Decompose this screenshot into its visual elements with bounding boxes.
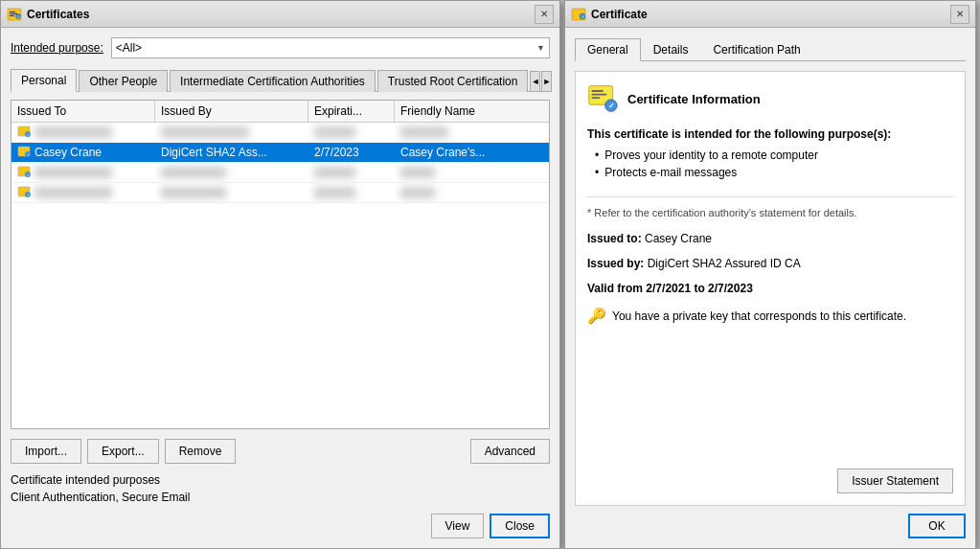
svg-rect-24 (591, 97, 600, 99)
svg-rect-23 (591, 94, 606, 96)
cert-valid-from-label: Valid from (587, 282, 646, 295)
close-dialog-button[interactable]: Close (490, 514, 550, 538)
cert-row-icon: ✓ (17, 126, 31, 139)
cert-list-body: ✓ AaBbCcDd EeFf AaBbCcDdEeFfGg 1/1/2022 … (11, 123, 549, 428)
svg-text:✓: ✓ (27, 194, 30, 197)
svg-text:✓: ✓ (17, 14, 20, 18)
cert-row-icon: ✓ (17, 186, 31, 199)
cell-friendly-name: Casey Crane's... (395, 143, 549, 162)
col-expiration[interactable]: Expirati... (308, 101, 395, 122)
tab-intermediate-ca[interactable]: Intermediate Certification Authorities (170, 70, 376, 92)
cert-key-note: You have a private key that corresponds … (612, 309, 906, 323)
certificate-list: Issued To Issued By Expirati... Friendly… (11, 100, 550, 429)
cert-valid-to-value: 2/7/2023 (708, 282, 753, 295)
cell-expiration: 1/1/2023 (308, 163, 395, 182)
svg-rect-1 (10, 11, 15, 12)
intended-purpose-row: Intended purpose: <All> ▼ (11, 37, 550, 58)
cert-row-icon: ✓ (17, 166, 31, 179)
svg-text:✓: ✓ (27, 153, 30, 157)
cert-tab-certification-path[interactable]: Certification Path (700, 38, 812, 61)
certificate-tabs: Personal Other People Intermediate Certi… (11, 68, 550, 92)
issuer-statement-button[interactable]: Issuer Statement (837, 469, 953, 493)
certificate-large-icon: ✓ (587, 83, 618, 114)
svg-rect-2 (10, 13, 17, 14)
tab-trusted-root[interactable]: Trusted Root Certification (377, 70, 529, 92)
svg-rect-3 (10, 15, 14, 16)
export-button[interactable]: Export... (87, 439, 159, 464)
table-row[interactable]: ✓ AaBbCcDd EeFf AaBbCcDdEeFfGg 1/1/2022 … (11, 123, 549, 143)
certificate-detail-icon: ✓ (571, 7, 586, 22)
cert-purpose-text: This certificate is intended for the fol… (587, 127, 953, 141)
certificate-detail-window: ✓ Certificate ✕ General Details Certific… (564, 0, 976, 549)
cell-issued-by: DigiCert SHA2 Ass... (155, 143, 308, 162)
dropdown-arrow-icon: ▼ (536, 43, 545, 53)
cert-valid-to-label: to (694, 282, 708, 295)
cert-tab-general[interactable]: General (575, 38, 641, 61)
cert-issued-to-value: Casey Crane (645, 232, 712, 245)
col-issued-by[interactable]: Issued By (155, 101, 308, 122)
cert-valid-from-value: 2/7/2021 (646, 282, 691, 295)
cell-friendly-name: AaBb... (395, 183, 549, 202)
svg-rect-22 (591, 90, 603, 92)
table-row[interactable]: ✓ AaBbCcDd EeFf AaBbCcDdEe 1/1/2024 AaBb… (11, 183, 549, 203)
tab-scroll-left-button[interactable]: ◄ (530, 71, 540, 92)
key-icon: 🔑 (587, 307, 606, 325)
certificate-detail-title: ✓ Certificate (571, 7, 648, 22)
cell-issued-to: ✓ Casey Crane (11, 143, 155, 162)
certificates-content: Intended purpose: <All> ▼ Personal Other… (1, 28, 559, 548)
cell-friendly-name: AaBb... (395, 163, 549, 182)
cert-bullet-item: Protects e-mail messages (595, 166, 953, 179)
cert-info-title: Certificate Information (627, 92, 761, 106)
cert-bullet-list: Proves your identity to a remote compute… (595, 149, 953, 183)
cell-expiration: 1/1/2022 (308, 123, 395, 142)
certificates-close-button[interactable]: ✕ (535, 5, 554, 24)
remove-button[interactable]: Remove (165, 439, 237, 464)
intended-purpose-dropdown[interactable]: <All> ▼ (111, 37, 550, 58)
cell-issued-by: AaBbCcDdEe (155, 163, 308, 182)
cert-purposes-value: Client Authentication, Secure Email (11, 491, 550, 504)
certificates-window: ✓ Certificates ✕ Intended purpose: <All>… (0, 0, 560, 549)
cert-row-icon: ✓ (17, 146, 31, 159)
tab-scroll-right-button[interactable]: ► (541, 71, 552, 92)
cell-expiration: 2/7/2023 (308, 143, 395, 162)
table-row[interactable]: ✓ AaBbCcDd EeFf AaBbCcDdEe 1/1/2023 AaBb… (11, 163, 549, 183)
svg-text:✓: ✓ (608, 102, 615, 110)
table-row[interactable]: ✓ Casey Crane DigiCert SHA2 Ass... 2/7/2… (11, 143, 549, 163)
action-buttons-row: Import... Export... Remove Advanced (11, 439, 550, 464)
cert-authority-note: * Refer to the certification authority's… (587, 196, 953, 218)
tab-personal[interactable]: Personal (11, 69, 77, 92)
cert-bullet-item: Proves your identity to a remote compute… (595, 149, 953, 162)
cell-issued-to: ✓ AaBbCcDd EeFf (11, 163, 155, 182)
cell-expiration: 1/1/2024 (308, 183, 395, 202)
svg-text:✓: ✓ (581, 13, 584, 18)
certificates-title: ✓ Certificates (7, 7, 89, 22)
certificate-detail-close-button[interactable]: ✕ (950, 5, 969, 24)
ok-button-row: OK (575, 514, 966, 538)
certificates-title-bar: ✓ Certificates ✕ (1, 1, 559, 28)
ok-button[interactable]: OK (908, 514, 966, 538)
cell-issued-by: AaBbCcDdEeFfGg (155, 123, 308, 142)
certificate-info-box: ✓ Certificate Information This certifica… (575, 71, 966, 506)
certificate-detail-content: General Details Certification Path ✓ Cer… (565, 28, 975, 548)
cert-issued-by-value: DigiCert SHA2 Assured ID CA (648, 257, 801, 270)
cert-issued-to-row: Issued to: Casey Crane (587, 232, 953, 245)
cert-key-row: 🔑 You have a private key that correspond… (587, 307, 953, 325)
svg-text:✓: ✓ (27, 173, 30, 177)
import-button[interactable]: Import... (11, 439, 81, 464)
view-button[interactable]: View (431, 514, 485, 538)
col-friendly-name[interactable]: Friendly Name (395, 101, 549, 122)
cert-bottom-buttons: Issuer Statement (587, 461, 953, 493)
cert-list-header: Issued To Issued By Expirati... Friendly… (11, 101, 549, 123)
advanced-button[interactable]: Advanced (470, 439, 550, 464)
certificates-title-icon: ✓ (7, 7, 22, 22)
cell-issued-to: ✓ AaBbCcDd EeFf (11, 183, 155, 202)
col-issued-to[interactable]: Issued To (11, 101, 155, 122)
cert-issued-by-label: Issued by: (587, 257, 644, 270)
cert-tab-details[interactable]: Details (641, 38, 701, 61)
certificate-detail-tabs: General Details Certification Path (575, 37, 966, 61)
bottom-buttons-row: View Close (11, 514, 550, 538)
tab-other-people[interactable]: Other People (79, 70, 168, 92)
cell-friendly-name: AaBbCc... (395, 123, 549, 142)
cert-issued-to-label: Issued to: (587, 232, 642, 245)
intended-purpose-label: Intended purpose: (11, 41, 103, 55)
